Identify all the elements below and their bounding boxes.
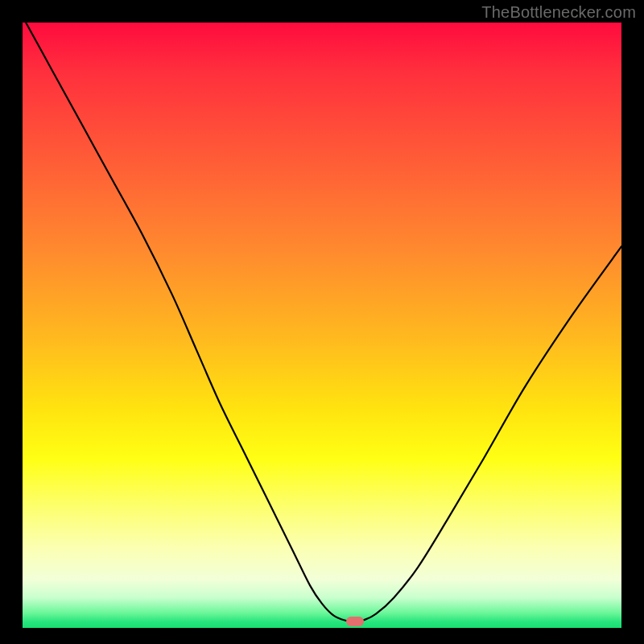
watermark-text: TheBottlenecker.com — [481, 3, 636, 22]
bottleneck-curve — [23, 23, 621, 628]
optimal-point-marker — [346, 617, 364, 626]
chart-stage: TheBottlenecker.com — [0, 0, 644, 644]
plot-area — [23, 23, 621, 628]
